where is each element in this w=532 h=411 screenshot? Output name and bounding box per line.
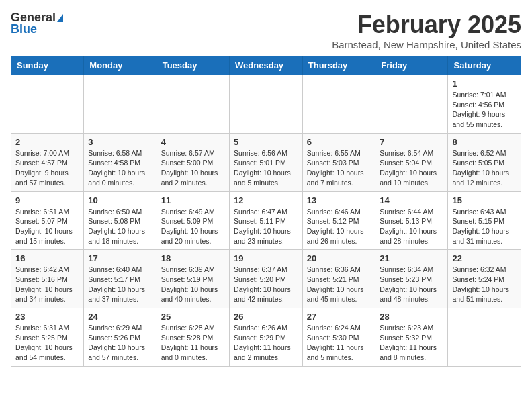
day-info: Sunrise: 6:56 AM Sunset: 5:01 PM Dayligh…	[234, 148, 298, 188]
day-number: 17	[88, 253, 152, 263]
day-info: Sunrise: 6:40 AM Sunset: 5:17 PM Dayligh…	[88, 265, 152, 304]
day-info: Sunrise: 6:36 AM Sunset: 5:21 PM Dayligh…	[307, 265, 371, 304]
day-number: 3	[88, 137, 152, 147]
logo: General Blue	[11, 11, 63, 36]
day-number: 5	[234, 137, 298, 147]
day-info: Sunrise: 6:51 AM Sunset: 5:07 PM Dayligh…	[15, 207, 79, 246]
day-info: Sunrise: 6:44 AM Sunset: 5:13 PM Dayligh…	[380, 207, 443, 246]
day-info: Sunrise: 6:24 AM Sunset: 5:30 PM Dayligh…	[307, 323, 371, 363]
calendar-cell: 6Sunrise: 6:55 AM Sunset: 5:03 PM Daylig…	[302, 133, 375, 191]
calendar-week-2: 2Sunrise: 7:00 AM Sunset: 4:57 PM Daylig…	[11, 133, 521, 191]
day-number: 21	[380, 253, 443, 263]
day-number: 6	[307, 137, 371, 147]
calendar-cell: 19Sunrise: 6:37 AM Sunset: 5:20 PM Dayli…	[230, 250, 303, 308]
calendar-week-1: 1Sunrise: 7:01 AM Sunset: 4:56 PM Daylig…	[11, 75, 521, 134]
day-number: 22	[452, 253, 517, 263]
calendar-cell: 14Sunrise: 6:44 AM Sunset: 5:13 PM Dayli…	[375, 191, 448, 250]
day-number: 20	[307, 253, 371, 263]
calendar-cell: 16Sunrise: 6:42 AM Sunset: 5:16 PM Dayli…	[11, 250, 84, 308]
day-info: Sunrise: 7:01 AM Sunset: 4:56 PM Dayligh…	[452, 90, 517, 130]
day-number: 9	[15, 195, 79, 205]
column-header-friday: Friday	[375, 56, 448, 75]
calendar-header-row: SundayMondayTuesdayWednesdayThursdayFrid…	[11, 56, 521, 75]
column-header-thursday: Thursday	[302, 56, 375, 75]
month-title: February 2025	[332, 11, 521, 39]
calendar-cell	[302, 75, 375, 134]
day-number: 12	[234, 195, 298, 205]
calendar-cell: 15Sunrise: 6:43 AM Sunset: 5:15 PM Dayli…	[448, 191, 521, 250]
calendar-cell: 23Sunrise: 6:31 AM Sunset: 5:25 PM Dayli…	[11, 308, 84, 367]
calendar-cell: 4Sunrise: 6:57 AM Sunset: 5:00 PM Daylig…	[157, 133, 229, 191]
day-info: Sunrise: 6:26 AM Sunset: 5:29 PM Dayligh…	[234, 323, 298, 363]
title-area: February 2025 Barnstead, New Hampshire, …	[332, 11, 521, 50]
day-info: Sunrise: 6:31 AM Sunset: 5:25 PM Dayligh…	[15, 323, 79, 363]
day-number: 2	[15, 137, 79, 147]
calendar-cell: 5Sunrise: 6:56 AM Sunset: 5:01 PM Daylig…	[230, 133, 303, 191]
day-info: Sunrise: 6:37 AM Sunset: 5:20 PM Dayligh…	[234, 265, 298, 304]
day-number: 16	[15, 253, 79, 263]
day-number: 24	[88, 312, 152, 322]
calendar-cell: 25Sunrise: 6:28 AM Sunset: 5:28 PM Dayli…	[157, 308, 229, 367]
calendar: SundayMondayTuesdayWednesdayThursdayFrid…	[11, 56, 521, 367]
calendar-cell: 11Sunrise: 6:49 AM Sunset: 5:09 PM Dayli…	[157, 191, 229, 250]
day-number: 14	[380, 195, 443, 205]
day-number: 1	[452, 79, 517, 89]
calendar-cell	[448, 308, 521, 367]
column-header-monday: Monday	[84, 56, 157, 75]
day-info: Sunrise: 6:34 AM Sunset: 5:23 PM Dayligh…	[380, 265, 443, 304]
day-number: 23	[15, 312, 79, 322]
calendar-cell: 9Sunrise: 6:51 AM Sunset: 5:07 PM Daylig…	[11, 191, 84, 250]
calendar-cell: 24Sunrise: 6:29 AM Sunset: 5:26 PM Dayli…	[84, 308, 157, 367]
calendar-cell: 28Sunrise: 6:23 AM Sunset: 5:32 PM Dayli…	[375, 308, 448, 367]
calendar-cell: 18Sunrise: 6:39 AM Sunset: 5:19 PM Dayli…	[157, 250, 229, 308]
calendar-cell	[375, 75, 448, 134]
day-number: 15	[452, 195, 517, 205]
calendar-cell: 26Sunrise: 6:26 AM Sunset: 5:29 PM Dayli…	[230, 308, 303, 367]
day-info: Sunrise: 6:39 AM Sunset: 5:19 PM Dayligh…	[161, 265, 225, 304]
day-number: 13	[307, 195, 371, 205]
day-number: 25	[161, 312, 225, 322]
calendar-week-5: 23Sunrise: 6:31 AM Sunset: 5:25 PM Dayli…	[11, 308, 521, 367]
calendar-cell	[11, 75, 84, 134]
day-info: Sunrise: 6:52 AM Sunset: 5:05 PM Dayligh…	[452, 148, 517, 188]
calendar-cell	[157, 75, 229, 134]
calendar-cell: 13Sunrise: 6:46 AM Sunset: 5:12 PM Dayli…	[302, 191, 375, 250]
column-header-wednesday: Wednesday	[230, 56, 303, 75]
day-info: Sunrise: 6:54 AM Sunset: 5:04 PM Dayligh…	[380, 148, 443, 188]
day-info: Sunrise: 7:00 AM Sunset: 4:57 PM Dayligh…	[15, 148, 79, 188]
calendar-cell: 12Sunrise: 6:47 AM Sunset: 5:11 PM Dayli…	[230, 191, 303, 250]
calendar-cell	[230, 75, 303, 134]
day-info: Sunrise: 6:43 AM Sunset: 5:15 PM Dayligh…	[452, 207, 517, 246]
calendar-week-4: 16Sunrise: 6:42 AM Sunset: 5:16 PM Dayli…	[11, 250, 521, 308]
calendar-cell: 27Sunrise: 6:24 AM Sunset: 5:30 PM Dayli…	[302, 308, 375, 367]
day-info: Sunrise: 6:47 AM Sunset: 5:11 PM Dayligh…	[234, 207, 298, 246]
location: Barnstead, New Hampshire, United States	[332, 39, 521, 50]
day-info: Sunrise: 6:49 AM Sunset: 5:09 PM Dayligh…	[161, 207, 225, 246]
calendar-cell: 3Sunrise: 6:58 AM Sunset: 4:58 PM Daylig…	[84, 133, 157, 191]
day-number: 8	[452, 137, 517, 147]
day-number: 26	[234, 312, 298, 322]
column-header-saturday: Saturday	[448, 56, 521, 75]
day-number: 28	[380, 312, 443, 322]
day-info: Sunrise: 6:23 AM Sunset: 5:32 PM Dayligh…	[380, 323, 443, 363]
day-info: Sunrise: 6:57 AM Sunset: 5:00 PM Dayligh…	[161, 148, 225, 188]
calendar-week-3: 9Sunrise: 6:51 AM Sunset: 5:07 PM Daylig…	[11, 191, 521, 250]
column-header-sunday: Sunday	[11, 56, 84, 75]
calendar-cell: 17Sunrise: 6:40 AM Sunset: 5:17 PM Dayli…	[84, 250, 157, 308]
calendar-cell: 20Sunrise: 6:36 AM Sunset: 5:21 PM Dayli…	[302, 250, 375, 308]
day-number: 10	[88, 195, 152, 205]
header: General Blue February 2025 Barnstead, Ne…	[11, 11, 521, 50]
day-info: Sunrise: 6:55 AM Sunset: 5:03 PM Dayligh…	[307, 148, 371, 188]
day-number: 19	[234, 253, 298, 263]
calendar-cell: 8Sunrise: 6:52 AM Sunset: 5:05 PM Daylig…	[448, 133, 521, 191]
calendar-cell: 1Sunrise: 7:01 AM Sunset: 4:56 PM Daylig…	[448, 75, 521, 134]
column-header-tuesday: Tuesday	[157, 56, 229, 75]
logo-blue: Blue	[11, 22, 37, 36]
calendar-cell: 10Sunrise: 6:50 AM Sunset: 5:08 PM Dayli…	[84, 191, 157, 250]
day-info: Sunrise: 6:32 AM Sunset: 5:24 PM Dayligh…	[452, 265, 517, 304]
day-info: Sunrise: 6:42 AM Sunset: 5:16 PM Dayligh…	[15, 265, 79, 304]
calendar-cell: 2Sunrise: 7:00 AM Sunset: 4:57 PM Daylig…	[11, 133, 84, 191]
day-info: Sunrise: 6:58 AM Sunset: 4:58 PM Dayligh…	[88, 148, 152, 188]
calendar-cell: 21Sunrise: 6:34 AM Sunset: 5:23 PM Dayli…	[375, 250, 448, 308]
calendar-cell: 7Sunrise: 6:54 AM Sunset: 5:04 PM Daylig…	[375, 133, 448, 191]
